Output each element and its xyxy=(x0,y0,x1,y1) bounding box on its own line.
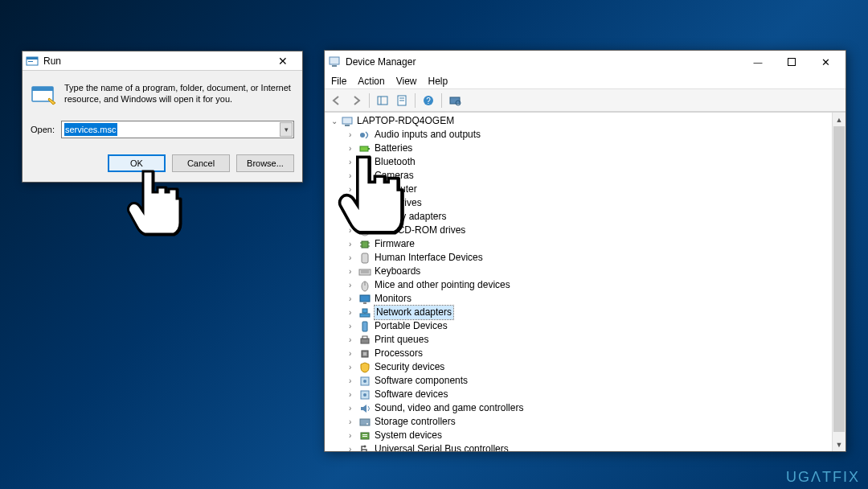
back-button[interactable] xyxy=(328,92,346,109)
battery-icon xyxy=(358,142,371,155)
tree-item[interactable]: ›Batteries xyxy=(326,142,845,155)
tree-item[interactable]: ›Storage controllers xyxy=(326,415,845,429)
svg-point-22 xyxy=(363,175,367,179)
tree-item-label: Software devices xyxy=(375,388,448,401)
svg-rect-25 xyxy=(361,199,369,208)
device-manager-window: Device Manager File Action View Help ? ⌄… xyxy=(324,50,846,452)
tree-item[interactable]: ›Print queues xyxy=(326,333,845,347)
mouse-icon xyxy=(358,279,371,292)
software-icon xyxy=(358,388,371,401)
printer-icon xyxy=(358,334,371,347)
run-close-button[interactable]: ✕ xyxy=(267,55,299,68)
tree-item[interactable]: ›Processors xyxy=(326,347,845,360)
svg-rect-6 xyxy=(332,65,337,67)
tree-item[interactable]: ›Audio inputs and outputs xyxy=(326,128,845,142)
tree-item[interactable]: ›Disk drives xyxy=(326,196,845,210)
svg-rect-17 xyxy=(345,125,350,126)
scroll-up-button[interactable]: ▲ xyxy=(833,113,845,126)
scroll-down-button[interactable]: ▼ xyxy=(833,438,845,451)
tree-item-label: Network adapters xyxy=(375,306,453,319)
properties-button[interactable] xyxy=(393,92,411,109)
menu-help[interactable]: Help xyxy=(428,73,448,88)
forward-button[interactable] xyxy=(347,92,365,109)
tree-item[interactable]: ›Portable Devices xyxy=(326,319,845,333)
svg-point-55 xyxy=(363,393,366,397)
tree-item-label: Bluetooth xyxy=(375,155,416,169)
tree-item-label: Keyboards xyxy=(375,265,420,278)
cancel-button[interactable]: Cancel xyxy=(172,154,230,172)
tree-item[interactable]: ›DVD/CD-ROM drives xyxy=(326,224,845,237)
tree-item[interactable]: ›Display adapters xyxy=(326,210,845,224)
menu-action[interactable]: Action xyxy=(358,73,384,88)
audio-icon xyxy=(358,129,371,142)
disk-icon xyxy=(358,197,371,210)
scroll-thumb[interactable] xyxy=(833,126,845,432)
svg-rect-1 xyxy=(27,57,38,60)
device-tree[interactable]: ⌄LAPTOP-RDQ4OGEM›Audio inputs and output… xyxy=(326,114,845,451)
svg-text:?: ? xyxy=(426,97,431,105)
tree-item[interactable]: ›Computer xyxy=(326,183,845,196)
run-description: Type the name of a program, folder, docu… xyxy=(64,82,294,108)
tree-item[interactable]: ›Software devices xyxy=(326,388,845,401)
tree-item[interactable]: ›System devices xyxy=(326,429,845,442)
open-combobox[interactable]: services.msc xyxy=(61,121,294,138)
maximize-button[interactable] xyxy=(775,51,809,72)
svg-rect-36 xyxy=(362,253,368,263)
menu-view[interactable]: View xyxy=(396,73,417,88)
watermark: UGΛTFIX xyxy=(786,469,860,486)
svg-rect-16 xyxy=(342,117,352,124)
vertical-scrollbar[interactable]: ▲ ▼ xyxy=(832,113,845,451)
svg-rect-31 xyxy=(362,241,368,248)
browse-button[interactable]: Browse... xyxy=(236,154,294,172)
svg-rect-47 xyxy=(362,322,367,331)
open-dropdown-button[interactable] xyxy=(280,122,293,137)
dm-title-text: Device Manager xyxy=(346,56,416,68)
ok-button[interactable]: OK xyxy=(108,154,166,172)
help-button[interactable]: ? xyxy=(420,92,437,109)
svg-rect-2 xyxy=(28,61,33,62)
computer-icon xyxy=(341,115,354,128)
tree-item[interactable]: ›Security devices xyxy=(326,360,845,374)
tree-item[interactable]: ›Keyboards xyxy=(326,265,845,278)
tree-item[interactable]: ›Universal Serial Bus controllers xyxy=(326,442,845,451)
svg-rect-24 xyxy=(362,193,367,195)
tree-item-label: Storage controllers xyxy=(375,415,456,429)
dm-titlebar[interactable]: Device Manager xyxy=(325,51,845,73)
hid-icon xyxy=(358,252,371,265)
menu-file[interactable]: File xyxy=(331,73,346,88)
tree-item[interactable]: ›Network adapters xyxy=(326,306,845,319)
tree-item[interactable]: ›Firmware xyxy=(326,237,845,251)
dvd-icon xyxy=(358,224,371,237)
tree-item[interactable]: ›Software components xyxy=(326,374,845,388)
open-input[interactable] xyxy=(61,121,294,138)
tree-item[interactable]: ›Mice and other pointing devices xyxy=(326,278,845,292)
tree-item[interactable]: ›Sound, video and game controllers xyxy=(326,401,845,415)
run-icon xyxy=(26,55,39,68)
storage-icon xyxy=(358,416,371,429)
sound-icon xyxy=(358,402,371,415)
network-icon xyxy=(358,306,371,319)
security-icon xyxy=(358,361,371,374)
tree-item[interactable]: ›Human Interface Devices xyxy=(326,251,845,265)
svg-rect-56 xyxy=(360,419,370,425)
tree-root[interactable]: ⌄LAPTOP-RDQ4OGEM xyxy=(326,114,845,128)
tree-item-label: Security devices xyxy=(375,360,444,374)
run-titlebar[interactable]: Run ✕ xyxy=(23,51,302,71)
tree-item-label: Audio inputs and outputs xyxy=(375,128,481,142)
svg-rect-28 xyxy=(363,220,366,222)
tree-item[interactable]: ›Cameras xyxy=(326,169,845,183)
show-hide-tree-button[interactable] xyxy=(374,92,391,109)
tree-item[interactable]: ›Monitors xyxy=(326,292,845,306)
minimize-button[interactable] xyxy=(741,51,775,72)
close-button[interactable] xyxy=(809,51,842,72)
dm-menubar: File Action View Help xyxy=(325,73,845,89)
run-dialog: Run ✕ Type the name of a program, folder… xyxy=(22,51,303,183)
svg-point-18 xyxy=(360,133,365,138)
tree-item[interactable]: ›Bluetooth xyxy=(326,155,845,169)
tree-item-label: Print queues xyxy=(375,333,428,347)
cpu-icon xyxy=(358,347,371,360)
scan-hardware-button[interactable] xyxy=(446,92,464,109)
tree-item-label: Computer xyxy=(375,183,417,196)
tree-item-label: Mice and other pointing devices xyxy=(375,278,510,292)
tree-item-label: Monitors xyxy=(375,292,411,306)
